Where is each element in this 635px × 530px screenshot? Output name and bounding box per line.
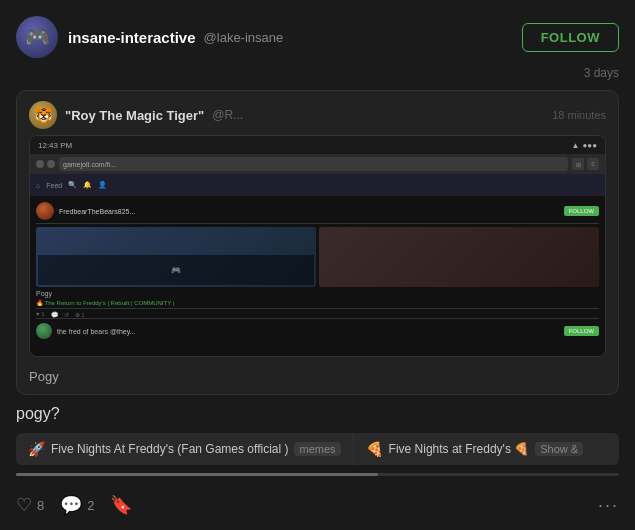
second-avatar-small: [36, 323, 52, 339]
repost-handle: @R...: [212, 108, 243, 122]
comment-button[interactable]: 💬 2: [60, 494, 94, 516]
like-button[interactable]: ♡ 8: [16, 494, 44, 516]
app-nav-search: 🔍: [68, 181, 77, 189]
profile-avatar-small: [36, 202, 54, 220]
bookmark-action-screenshot: ⊕ 1: [75, 311, 85, 318]
heart-icon: ♡: [16, 494, 32, 516]
like-action-screenshot: ♥ 1: [36, 311, 45, 318]
post-actions: ♡ 8 💬 2 🔖 ···: [16, 486, 619, 516]
repost-timestamp: 18 minutes: [552, 109, 606, 121]
post: 🎮 insane-interactive @lake-insane FOLLOW…: [0, 0, 635, 530]
second-follow-btn: FOLLOW: [564, 326, 599, 336]
post-header: 🎮 insane-interactive @lake-insane FOLLOW: [16, 16, 619, 58]
follow-button[interactable]: FOLLOW: [522, 23, 619, 52]
post-timestamp: 3 days: [16, 66, 619, 80]
repost-header: 🐯 "Roy The Magic Tiger" @R... 18 minutes: [17, 91, 618, 135]
app-nav-feed: Feed: [46, 182, 62, 189]
tag-item-2[interactable]: 🍕 Five Nights at Freddy's 🍕 Show &: [354, 433, 596, 465]
screenshot-container: 12:43 PM ▲●●● gamejolt.com/fi...: [29, 135, 606, 357]
tag-name-1: Five Nights At Freddy's (Fan Games offic…: [51, 442, 288, 456]
avatar-image: 🎮: [16, 16, 58, 58]
second-post-screenshot: the fred of bears @they... FOLLOW: [36, 318, 599, 343]
tag-item-1[interactable]: 🚀 Five Nights At Freddy's (Fan Games off…: [16, 433, 354, 465]
phone-indicators: ▲●●●: [572, 141, 597, 150]
tag-emoji-2: 🍕: [366, 441, 383, 457]
browser-tab-icon: ⊞: [572, 158, 584, 170]
screenshot-follow-btn: FOLLOW: [564, 206, 599, 216]
image-thumb-2: [319, 227, 599, 287]
repost-username: "Roy The Magic Tiger": [65, 108, 204, 123]
screenshot-content: FredbearTheBears825... FOLLOW 🎮 Pogy: [30, 199, 605, 343]
post-text: pogy?: [16, 405, 619, 423]
app-nav-home: ⌂: [36, 182, 40, 189]
image-thumb-1: 🎮: [36, 227, 316, 287]
tag-emoji-1: 🚀: [28, 441, 45, 457]
comment-action-screenshot: 💬: [51, 311, 58, 318]
phone-status-bar: 12:43 PM ▲●●●: [30, 136, 605, 154]
tags-progress-bar: [16, 473, 619, 476]
username: insane-interactive: [68, 29, 196, 46]
tag-name-2: Five Nights at Freddy's 🍕: [389, 442, 530, 456]
handle: @lake-insane: [204, 30, 284, 45]
share-action-screenshot: ↺: [64, 311, 69, 318]
more-options-button[interactable]: ···: [598, 495, 619, 516]
app-nav: ⌂ Feed 🔍 🔔 👤: [30, 174, 605, 196]
second-post-text: the fred of bears @they...: [57, 328, 136, 335]
browser-menu-icon: ≡: [587, 158, 599, 170]
profile-name-small: FredbearTheBears825...: [59, 208, 135, 215]
post-actions-screenshot: ♥ 1 💬 ↺ ⊕ 1: [36, 308, 599, 318]
comment-count: 2: [87, 498, 94, 513]
tags-bar: 🚀 Five Nights At Freddy's (Fan Games off…: [16, 433, 619, 465]
tag-label-1: memes: [294, 442, 340, 456]
user-info: insane-interactive @lake-insane: [68, 29, 283, 46]
repost-caption: Pogy: [17, 365, 618, 394]
like-count: 8: [37, 498, 44, 513]
post-header-left: 🎮 insane-interactive @lake-insane: [16, 16, 283, 58]
bookmark-button[interactable]: 🔖: [110, 494, 132, 516]
phone-time: 12:43 PM: [38, 141, 72, 150]
avatar[interactable]: 🎮: [16, 16, 58, 58]
image-grid: 🎮: [36, 227, 599, 287]
browser-url-bar[interactable]: gamejolt.com/fi...: [59, 157, 568, 171]
browser-icons: ⊞ ≡: [572, 158, 599, 170]
repost-avatar-emoji: 🐯: [35, 107, 52, 123]
comment-icon: 💬: [60, 494, 82, 516]
post-tags-screenshot: 🔥 The Return to Freddy's | Rebuilt | COM…: [36, 299, 599, 306]
app-nav-profile: 👤: [98, 181, 107, 189]
post-text-screenshot: Pogy: [36, 290, 599, 297]
repost-avatar[interactable]: 🐯: [29, 101, 57, 129]
bookmark-icon: 🔖: [110, 494, 132, 516]
profile-header-screenshot: FredbearTheBears825... FOLLOW: [36, 199, 599, 224]
repost-card: 🐯 "Roy The Magic Tiger" @R... 18 minutes…: [16, 90, 619, 395]
browser-bar: gamejolt.com/fi... ⊞ ≡: [30, 154, 605, 174]
browser-url-text: gamejolt.com/fi...: [63, 161, 116, 168]
app-nav-notif: 🔔: [83, 181, 92, 189]
tag-label-2: Show &: [535, 442, 583, 456]
tags-progress-fill: [16, 473, 378, 476]
phone-screenshot: 12:43 PM ▲●●● gamejolt.com/fi...: [30, 136, 605, 356]
